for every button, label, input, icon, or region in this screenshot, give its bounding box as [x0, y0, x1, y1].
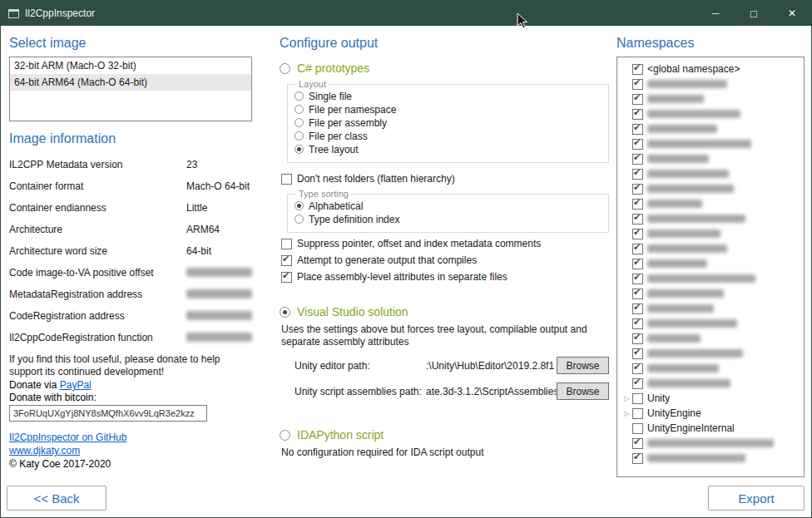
unity-editor-browse-button[interactable]: Browse [557, 357, 609, 374]
maximize-button[interactable]: □ [735, 1, 773, 26]
namespace-checkbox[interactable] [632, 303, 643, 314]
layout-option[interactable]: Single file [295, 90, 602, 102]
namespace-checkbox[interactable] [632, 139, 643, 150]
namespace-item[interactable] [621, 271, 804, 286]
namespace-item[interactable]: ▷Unity [621, 391, 804, 406]
export-button[interactable]: Export [708, 486, 805, 511]
namespace-checkbox[interactable] [632, 423, 643, 434]
namespace-checkbox[interactable] [632, 244, 643, 254]
namespace-checkbox[interactable] [632, 124, 643, 135]
namespace-item[interactable]: ▷UnityEngine [621, 406, 804, 421]
layout-radio-icon[interactable] [295, 131, 304, 141]
close-button[interactable]: ✕ [773, 1, 811, 26]
namespace-item[interactable] [621, 346, 804, 361]
namespace-item[interactable] [621, 256, 804, 271]
namespace-checkbox[interactable] [632, 378, 643, 389]
namespace-item[interactable] [621, 241, 804, 256]
layout-option[interactable]: File per namespace [295, 103, 602, 116]
namespace-item[interactable] [621, 301, 804, 316]
namespace-item[interactable] [621, 376, 804, 391]
layout-option[interactable]: Tree layout [295, 143, 602, 155]
namespace-checkbox[interactable] [632, 214, 643, 224]
image-list-item[interactable]: 64-bit ARM64 (Mach-O 64-bit) [10, 74, 251, 91]
github-link[interactable]: Il2CppInspector on GitHub [9, 432, 126, 443]
namespace-item[interactable] [621, 181, 804, 196]
image-list-item[interactable]: 32-bit ARM (Mach-O 32-bit) [10, 57, 251, 74]
minimize-button[interactable]: ─ [696, 1, 735, 26]
website-link[interactable]: www.djkaty.com [9, 445, 80, 456]
namespace-item[interactable] [621, 286, 804, 301]
type-sorting-option[interactable]: Type definition index [295, 213, 602, 225]
namespace-checkbox[interactable] [632, 79, 643, 90]
namespace-item[interactable] [621, 106, 804, 121]
namespace-item[interactable] [621, 166, 804, 181]
namespace-item[interactable] [621, 451, 804, 466]
namespace-item[interactable]: <global namespace> [621, 62, 804, 76]
image-listbox[interactable]: 32-bit ARM (Mach-O 32-bit)64-bit ARM64 (… [9, 57, 252, 121]
titlebar[interactable]: Il2CppInspector ─ □ ✕ [1, 1, 811, 26]
output-checkbox-icon[interactable] [281, 239, 292, 249]
expander-icon[interactable]: ▷ [621, 410, 632, 417]
csharp-prototypes-radio-row[interactable]: C# prototypes [280, 62, 609, 75]
expander-icon[interactable]: ▷ [621, 395, 632, 402]
back-button[interactable]: << Back [7, 486, 106, 511]
type-sorting-radio-icon[interactable] [295, 215, 304, 224]
namespace-checkbox[interactable] [632, 274, 643, 284]
layout-radio-icon[interactable] [295, 91, 304, 101]
namespace-item[interactable] [621, 136, 804, 151]
flatten-checkbox-row[interactable]: Don't nest folders (flatten hierarchy) [281, 173, 609, 185]
layout-radio-icon[interactable] [295, 105, 304, 114]
namespace-checkbox[interactable] [632, 184, 643, 195]
layout-option[interactable]: File per assembly [295, 116, 602, 129]
namespace-checkbox[interactable] [632, 393, 643, 404]
namespace-checkbox[interactable] [632, 64, 643, 75]
namespace-checkbox[interactable] [632, 94, 643, 105]
unity-script-browse-button[interactable]: Browse [557, 382, 609, 400]
namespace-item[interactable] [621, 316, 804, 331]
namespace-item[interactable] [621, 361, 804, 376]
output-checkbox-icon[interactable] [281, 255, 292, 266]
namespace-checkbox[interactable] [632, 259, 643, 269]
namespace-item[interactable]: UnityEngineInternal [621, 421, 804, 436]
output-checkbox-row[interactable]: Place assembly-level attributes in separ… [281, 271, 609, 283]
layout-radio-icon[interactable] [295, 118, 304, 127]
namespace-item[interactable] [621, 76, 804, 91]
output-checkbox-row[interactable]: Suppress pointer, offset and index metad… [281, 238, 609, 249]
namespace-item[interactable] [621, 91, 804, 106]
type-sorting-option[interactable]: Alphabetical [295, 200, 602, 212]
bitcoin-address-input[interactable] [9, 405, 207, 422]
namespace-checkbox[interactable] [632, 154, 643, 165]
flatten-checkbox-icon[interactable] [281, 174, 292, 185]
idapython-radio-row[interactable]: IDAPython script [280, 428, 609, 442]
output-checkbox-icon[interactable] [281, 272, 292, 283]
idapython-radio-icon[interactable] [280, 430, 290, 441]
namespace-item[interactable] [621, 121, 804, 136]
namespace-item[interactable] [621, 211, 804, 226]
namespace-checkbox[interactable] [632, 169, 643, 180]
namespace-checkbox[interactable] [632, 408, 643, 419]
namespace-item[interactable] [621, 331, 804, 346]
csharp-prototypes-radio-icon[interactable] [280, 63, 290, 74]
layout-option[interactable]: File per class [295, 130, 602, 142]
namespace-item[interactable] [621, 151, 804, 166]
namespace-item[interactable] [621, 436, 804, 451]
namespace-checkbox[interactable] [632, 333, 643, 344]
namespace-tree[interactable]: <global namespace>▷Unity▷UnityEngineUnit… [616, 57, 805, 477]
namespace-checkbox[interactable] [632, 199, 643, 210]
type-sorting-radio-icon[interactable] [295, 201, 304, 210]
paypal-link[interactable]: PayPal [60, 379, 92, 391]
namespace-item[interactable] [621, 226, 804, 241]
namespace-checkbox[interactable] [632, 363, 643, 374]
namespace-checkbox[interactable] [632, 438, 643, 449]
namespace-checkbox[interactable] [632, 453, 643, 464]
layout-radio-icon[interactable] [295, 145, 304, 154]
vs-solution-radio-icon[interactable] [280, 307, 290, 318]
output-checkbox-row[interactable]: Attempt to generate output that compiles [281, 254, 609, 266]
namespace-checkbox[interactable] [632, 229, 643, 239]
namespace-item[interactable] [621, 196, 804, 211]
namespace-checkbox[interactable] [632, 109, 643, 120]
namespace-checkbox[interactable] [632, 289, 643, 299]
vs-solution-radio-row[interactable]: Visual Studio solution [280, 305, 609, 318]
namespace-checkbox[interactable] [632, 348, 643, 359]
namespace-checkbox[interactable] [632, 318, 643, 329]
